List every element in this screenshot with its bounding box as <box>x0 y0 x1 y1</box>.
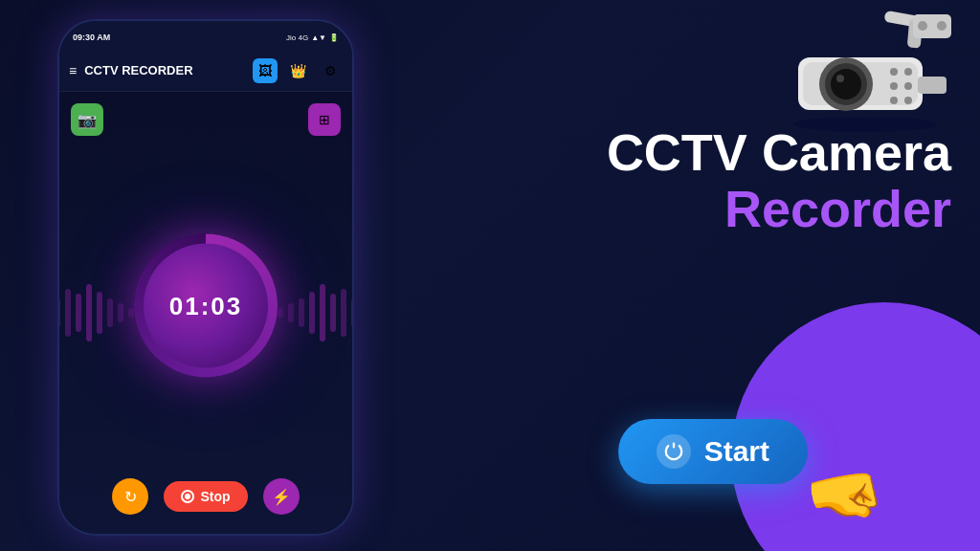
svg-point-25 <box>904 68 912 76</box>
camera-icon: 📷 <box>78 111 97 129</box>
cctv-camera-image <box>769 10 961 138</box>
signal-icon: ▲▼ <box>311 33 326 42</box>
svg-rect-4 <box>97 292 102 334</box>
flash-icon: ⚡ <box>272 488 291 506</box>
grid-top-button[interactable]: ⊞ <box>308 103 341 136</box>
svg-rect-2 <box>76 294 81 332</box>
phone-frame: 09:30 AM Jio 4G ▲▼ 🔋 ≡ CCTV RECORDER 🖼 👑… <box>57 19 354 536</box>
svg-rect-7 <box>128 308 134 318</box>
svg-point-23 <box>836 75 844 82</box>
phone-mockup: 09:30 AM Jio 4G ▲▼ 🔋 ≡ CCTV RECORDER 🖼 👑… <box>57 19 354 536</box>
svg-rect-30 <box>918 77 947 94</box>
svg-point-22 <box>831 69 861 99</box>
timer-circle-inner: 01:03 <box>144 244 268 368</box>
battery-icon: 🔋 <box>329 33 339 42</box>
flash-button[interactable]: ⚡ <box>263 478 300 515</box>
crown-icon-button[interactable]: 👑 <box>285 58 310 83</box>
svg-rect-5 <box>107 298 113 327</box>
timer-display: 01:03 <box>169 291 243 320</box>
start-button[interactable]: Start <box>618 419 808 484</box>
svg-point-33 <box>918 21 927 31</box>
bottom-controls: ↻ Stop ⚡ <box>59 478 352 515</box>
app-bar: ≡ CCTV RECORDER 🖼 👑 ⚙ <box>59 50 352 92</box>
power-svg <box>663 441 684 462</box>
rotate-button[interactable]: ↻ <box>112 478 148 515</box>
stop-dot <box>185 494 190 499</box>
settings-icon-button[interactable]: ⚙ <box>318 58 343 83</box>
camera-top-button[interactable]: 📷 <box>71 103 103 136</box>
rotate-icon: ↻ <box>124 488 137 506</box>
svg-rect-1 <box>65 289 71 337</box>
hamburger-icon[interactable]: ≡ <box>69 63 77 78</box>
timer-circle: 01:03 <box>134 234 278 378</box>
svg-rect-13 <box>330 294 336 332</box>
phone-screen: 📷 ⊞ <box>59 92 352 534</box>
stop-label: Stop <box>200 489 230 504</box>
svg-rect-11 <box>309 292 315 334</box>
svg-rect-15 <box>351 298 352 327</box>
status-right: Jio 4G ▲▼ 🔋 <box>286 33 339 42</box>
app-title: CCTV RECORDER <box>84 63 245 77</box>
svg-rect-14 <box>341 289 346 337</box>
hand-cursor-icon: 🤜 <box>801 453 890 539</box>
stop-icon <box>181 490 194 503</box>
crown-icon: 👑 <box>290 63 306 78</box>
svg-rect-8 <box>278 308 283 318</box>
title-line2: Recorder <box>607 181 951 237</box>
gallery-icon: 🖼 <box>258 63 272 78</box>
svg-rect-0 <box>59 298 60 327</box>
right-title-area: CCTV Camera Recorder <box>607 124 951 238</box>
camera-svg <box>769 10 961 134</box>
svg-rect-3 <box>86 284 92 342</box>
svg-point-28 <box>890 97 898 104</box>
svg-point-29 <box>904 97 912 104</box>
svg-point-26 <box>890 82 898 90</box>
carrier-text: Jio 4G <box>286 33 308 42</box>
settings-icon: ⚙ <box>324 63 337 78</box>
phone-notch <box>167 21 244 38</box>
svg-point-27 <box>904 82 912 90</box>
svg-rect-9 <box>288 303 294 322</box>
svg-rect-6 <box>118 303 123 322</box>
grid-icon: ⊞ <box>319 112 330 127</box>
status-time: 09:30 AM <box>73 33 110 42</box>
svg-point-24 <box>890 68 898 76</box>
svg-rect-12 <box>320 284 325 342</box>
gallery-icon-button[interactable]: 🖼 <box>253 58 278 83</box>
svg-point-31 <box>793 117 937 132</box>
stop-button[interactable]: Stop <box>164 481 247 512</box>
start-button-area: Start <box>618 419 808 484</box>
svg-point-34 <box>937 21 947 31</box>
power-icon <box>657 434 691 469</box>
start-label: Start <box>704 435 769 468</box>
svg-rect-10 <box>299 298 304 327</box>
